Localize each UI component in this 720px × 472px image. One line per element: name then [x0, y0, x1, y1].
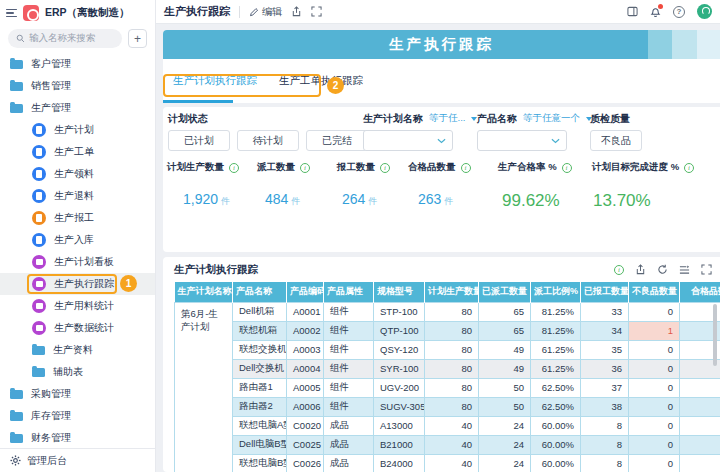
table-cell: 1	[629, 321, 680, 340]
column-header[interactable]: 产品编码	[287, 282, 324, 302]
table-row[interactable]: Dell交换机A0004组件SYR-100804961.25%360	[175, 359, 720, 378]
table-cell: 24	[479, 435, 531, 454]
info-icon[interactable]: i	[461, 163, 471, 173]
annotation-badge-2: 2	[327, 77, 344, 94]
column-header[interactable]: 不良品数量	[629, 282, 680, 302]
document-icon	[32, 189, 46, 203]
table-fullscreen-icon[interactable]	[701, 264, 712, 275]
search-placeholder: 输入名称来搜索	[29, 32, 96, 45]
table-cell: 80	[425, 340, 479, 359]
operator-link[interactable]: 等于任...	[429, 112, 465, 125]
table-cell: A0005	[287, 378, 324, 397]
avatar[interactable]	[697, 4, 712, 19]
sidebar-item[interactable]: 生产资料	[0, 339, 155, 361]
operator-link[interactable]: 等于任意一个	[523, 112, 580, 125]
info-icon[interactable]: i	[562, 163, 572, 173]
table-row[interactable]: 联想交换机A0003组件QSY-120804961.25%350	[175, 340, 720, 359]
kpi-card: 派工数量i484件	[257, 161, 310, 208]
column-header[interactable]: 已报工数量	[581, 282, 629, 302]
table-row[interactable]: 联想机箱A0002组件QTP-100806581.25%341	[175, 321, 720, 340]
sidebar-item-label: 生产执行跟踪	[54, 277, 114, 291]
sidebar-item[interactable]: 生产计划	[0, 119, 155, 141]
table-cell: 38	[581, 397, 629, 416]
table-row[interactable]: 第6月-生产计划Dell机箱A0001组件STP-100806581.25%33…	[175, 302, 720, 321]
sidebar-item[interactable]: 客户管理	[0, 53, 155, 75]
column-header[interactable]: 计划生产数量	[425, 282, 479, 302]
column-header[interactable]: 合格品数量	[680, 282, 720, 302]
column-header[interactable]: 已派工数量	[479, 282, 531, 302]
tab-active[interactable]: 生产计划执行跟踪	[170, 74, 260, 88]
column-header[interactable]: 派工比例%	[531, 282, 581, 302]
table-cell: 24	[479, 416, 531, 435]
folder-icon	[10, 434, 23, 443]
info-icon[interactable]: i	[229, 163, 239, 173]
table-row[interactable]: 路由器2A0006组件SUGV-305805062.50%380	[175, 397, 720, 416]
filter-option-button[interactable]: 已计划	[168, 130, 230, 151]
chevron-down-icon	[437, 138, 446, 144]
table-row[interactable]: 路由器1A0005组件UGV-200805062.50%370	[175, 378, 720, 397]
table-row[interactable]: 联想电脑B型C0026成品B24000402460.00%80	[175, 454, 720, 472]
refresh-icon[interactable]	[657, 264, 668, 275]
column-header[interactable]: 产品名称	[233, 282, 287, 302]
sidebar-item[interactable]: 库存管理	[0, 405, 155, 427]
sidebar-item[interactable]: 生产领料	[0, 163, 155, 185]
filter-option-button[interactable]: 待计划	[237, 130, 299, 151]
fullscreen-icon[interactable]	[311, 6, 322, 17]
sidebar-item-admin[interactable]: 管理后台	[0, 448, 155, 472]
sidebar-item[interactable]: 生产用料统计	[0, 295, 155, 317]
topbar: 生产执行跟踪 编辑	[156, 0, 720, 24]
export-icon[interactable]	[635, 264, 646, 275]
share-icon[interactable]	[291, 6, 302, 17]
table-cell: 65	[479, 321, 531, 340]
sidebar-item[interactable]: 销售管理	[0, 75, 155, 97]
document-icon	[32, 233, 46, 247]
table-row[interactable]: Dell电脑B型C0025成品B21000402460.00%80	[175, 435, 720, 454]
sidebar-item[interactable]: 生产计划看板	[0, 251, 155, 273]
sidebar-item-label: 采购管理	[31, 387, 71, 401]
search-input[interactable]: 输入名称来搜索	[8, 29, 122, 48]
sidebar-item[interactable]: 生产工单	[0, 141, 155, 163]
settings-columns-icon[interactable]	[679, 264, 690, 275]
info-icon[interactable]: i	[300, 163, 310, 173]
column-header[interactable]: 生产计划名称	[175, 282, 233, 302]
sidebar-item[interactable]: 生产报工	[0, 207, 155, 229]
sidebar-item-label: 生产入库	[54, 233, 94, 247]
notifications-bell-icon[interactable]	[650, 6, 661, 17]
sidebar-item[interactable]: 财务管理	[0, 427, 155, 448]
product-name-select[interactable]	[477, 130, 567, 151]
help-icon[interactable]: ?	[673, 6, 685, 18]
app-title: ERP（离散制造）	[45, 6, 130, 20]
filter-option-button[interactable]: 不良品	[590, 130, 642, 151]
tab-inactive[interactable]: 生产工单执行跟踪	[276, 74, 366, 88]
sidebar-item[interactable]: 生产执行跟踪1	[0, 273, 155, 295]
document-icon	[32, 167, 46, 181]
plan-name-select[interactable]	[363, 130, 453, 151]
kpi-unit: 件	[221, 196, 230, 206]
info-icon[interactable]: i	[614, 265, 624, 275]
info-icon[interactable]: i	[380, 163, 390, 173]
filters-kpi-card: 计划状态 已计划待计划已完结 生产计划名称 等于任...	[163, 107, 720, 252]
kpi-value: 13.70%	[592, 191, 694, 211]
sidebar-item[interactable]: 生产退料	[0, 185, 155, 207]
filter-option-button[interactable]: 已完结	[306, 130, 368, 151]
sidebar-item[interactable]: 辅助表	[0, 361, 155, 383]
sidebar: ERP（离散制造） 输入名称来搜索 + 客户管理销售管理生产管理生产计划生产工单…	[0, 0, 156, 472]
hamburger-menu-icon[interactable]	[6, 9, 17, 18]
sidebar-item[interactable]: 采购管理	[0, 383, 155, 405]
table-cell: 61.25%	[531, 340, 581, 359]
column-header[interactable]: 产品属性	[324, 282, 374, 302]
sidebar-item[interactable]: 生产入库	[0, 229, 155, 251]
panel-icon[interactable]	[627, 6, 638, 17]
vertical-scrollbar[interactable]	[713, 304, 717, 366]
column-header[interactable]: 规格型号	[374, 282, 425, 302]
sidebar-item[interactable]: 生产数据统计	[0, 317, 155, 339]
add-button[interactable]: +	[128, 29, 147, 48]
kpi-label: 计划目标完成进度 %	[592, 161, 679, 174]
edit-button[interactable]: 编辑	[249, 5, 282, 19]
table-row[interactable]: 联想电脑A型C0020成品A13000402460.00%80	[175, 416, 720, 435]
chart-icon	[32, 321, 46, 335]
info-icon[interactable]: i	[684, 163, 694, 173]
sidebar-item[interactable]: 生产管理	[0, 97, 155, 119]
sidebar-item-label: 销售管理	[31, 79, 71, 93]
sidebar-item-label: 生产领料	[54, 167, 94, 181]
